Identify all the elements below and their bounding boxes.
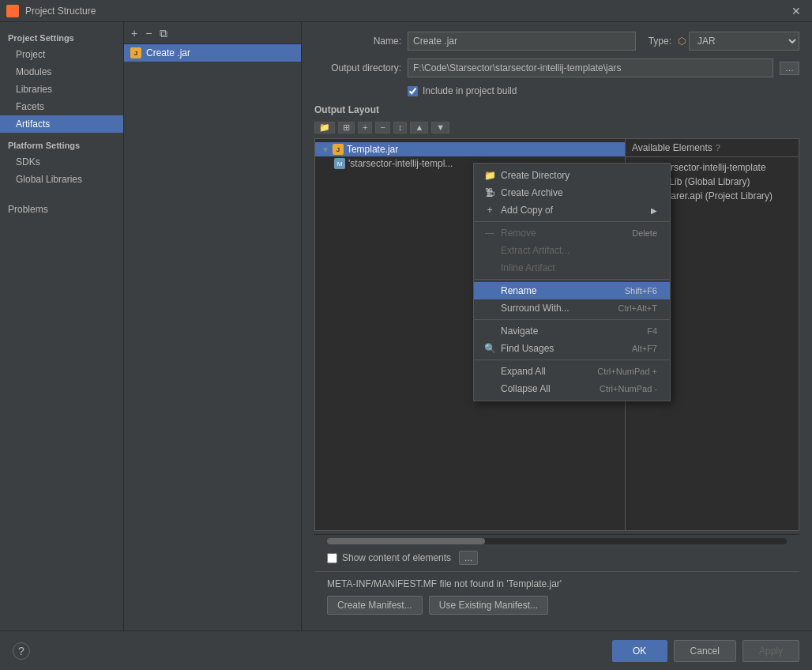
tree-item-template-jar[interactable]: ▼ J Template.jar <box>315 142 625 156</box>
warning-buttons: Create Manifest... Use Existing Manifest… <box>327 596 787 615</box>
bottom-buttons: OK Cancel Apply <box>612 640 799 662</box>
ctx-find-usages-icon: 🔍 <box>483 343 496 354</box>
cancel-button[interactable]: Cancel <box>674 640 736 662</box>
ctx-expand-label: Expand All <box>501 366 546 377</box>
ctx-sep-3 <box>474 319 670 320</box>
ctx-add-copy-label: Add Copy of <box>501 205 553 216</box>
ctx-expand-all[interactable]: Expand All Ctrl+NumPad + <box>474 363 670 380</box>
include-build-label: Include in project build <box>423 85 517 96</box>
tree-item-label: Template.jar <box>347 144 398 155</box>
scrollbar-thumb[interactable] <box>327 538 485 544</box>
ctx-collapse-all[interactable]: Collapse All Ctrl+NumPad - <box>474 380 670 397</box>
output-grid-btn[interactable]: ⊞ <box>338 122 355 134</box>
window-title: Project Structure <box>25 6 96 17</box>
content-panel: Name: Type: ⬡ JAR Output directory: … In… <box>302 22 812 630</box>
tree-arrow: ▼ <box>321 145 329 154</box>
sidebar: Project Settings Project Modules Librari… <box>0 22 124 630</box>
platform-settings-section-title: Platform Settings <box>0 133 123 153</box>
output-up-btn[interactable]: ▲ <box>410 122 428 134</box>
artifact-toolbar: + − ⧉ <box>124 22 301 44</box>
problems-section: Problems <box>0 201 123 218</box>
name-input[interactable] <box>408 32 636 51</box>
output-remove-btn[interactable]: − <box>375 122 389 134</box>
ctx-collapse-label: Collapse All <box>501 383 551 394</box>
ctx-rename[interactable]: Rename Shift+F6 <box>474 282 670 299</box>
sidebar-item-sdks[interactable]: SDKs <box>0 153 123 171</box>
use-existing-manifest-button[interactable]: Use Existing Manifest... <box>429 596 548 615</box>
output-down-btn[interactable]: ▼ <box>431 122 449 134</box>
ctx-extract-artifact: Extract Artifact... <box>474 242 670 259</box>
sidebar-item-libraries[interactable]: Libraries <box>0 81 123 98</box>
create-manifest-button[interactable]: Create Manifest... <box>327 596 423 615</box>
show-content-btn[interactable]: ... <box>459 551 478 565</box>
ctx-remove-icon: — <box>483 228 496 239</box>
ctx-create-archive[interactable]: 🗜 Create Archive <box>474 184 670 201</box>
copy-artifact-button[interactable]: ⧉ <box>157 28 170 39</box>
ctx-remove-label: Remove <box>501 228 536 239</box>
add-artifact-button[interactable]: + <box>129 28 140 39</box>
ctx-sep-4 <box>474 359 670 360</box>
ctx-find-usages[interactable]: 🔍 Find Usages Alt+F7 <box>474 340 670 357</box>
output-layout-title: Output Layout <box>314 104 799 115</box>
type-label: Type: <box>648 36 671 47</box>
include-build-row: Include in project build <box>408 85 799 96</box>
scrollbar-track[interactable] <box>327 538 787 544</box>
warning-bar: META-INF/MANIFEST.MF file not found in '… <box>314 571 799 621</box>
main-layout: Project Settings Project Modules Librari… <box>0 22 812 630</box>
ctx-remove: — Remove Delete <box>474 224 670 242</box>
type-select[interactable]: JAR <box>689 32 799 51</box>
ctx-add-copy-arrow: ▶ <box>651 206 657 215</box>
sidebar-item-facets[interactable]: Facets <box>0 98 123 115</box>
remove-artifact-button[interactable]: − <box>143 28 154 39</box>
artifact-item-createjar[interactable]: J Create .jar <box>124 44 301 62</box>
browse-output-dir-button[interactable]: … <box>780 62 799 75</box>
ctx-sep-2 <box>474 279 670 280</box>
module-icon: M <box>334 158 345 169</box>
output-extract-btn[interactable]: ↕ <box>393 122 408 134</box>
ctx-navigate[interactable]: Navigate F4 <box>474 322 670 340</box>
ctx-create-archive-icon: 🗜 <box>483 187 496 198</box>
ctx-add-copy-of[interactable]: + Add Copy of ▶ <box>474 201 670 219</box>
name-label: Name: <box>314 36 401 47</box>
jar-icon-tree: J <box>333 144 344 155</box>
ctx-create-directory[interactable]: 📁 Create Directory <box>474 167 670 184</box>
ctx-surround-with[interactable]: Surround With... Ctrl+Alt+T <box>474 299 670 317</box>
bottom-bar: ? OK Cancel Apply <box>0 630 812 670</box>
sidebar-item-modules[interactable]: Modules <box>0 63 123 81</box>
ctx-extract-label: Extract Artifact... <box>501 245 570 256</box>
output-dir-row: Output directory: … <box>314 58 799 77</box>
apply-button[interactable]: Apply <box>742 640 799 662</box>
jar-icon: J <box>130 47 141 58</box>
ctx-create-dir-label: Create Directory <box>501 170 570 181</box>
sidebar-item-project[interactable]: Project <box>0 46 123 63</box>
name-row: Name: Type: ⬡ JAR <box>314 32 799 51</box>
ok-button[interactable]: OK <box>612 640 667 662</box>
help-button[interactable]: ? <box>13 642 30 660</box>
scrollbar-area <box>314 534 799 548</box>
artifact-list: J Create .jar <box>124 44 301 630</box>
output-tree-area: ▼ J Template.jar M 'starsector-intellij-… <box>314 138 799 531</box>
ctx-rename-label: Rename <box>501 285 536 296</box>
title-bar: Project Structure ✕ <box>0 0 812 22</box>
available-help-icon[interactable]: ? <box>716 143 720 152</box>
artifact-panel: + − ⧉ J Create .jar <box>124 22 302 630</box>
output-dir-input[interactable] <box>408 58 773 77</box>
show-content-row: Show content of elements ... <box>314 548 799 571</box>
project-settings-section-title: Project Settings <box>0 28 123 46</box>
title-bar-left: Project Structure <box>6 5 96 17</box>
output-dir-label: Output directory: <box>314 62 401 73</box>
ctx-inline-artifact: Inline Artifact <box>474 259 670 277</box>
output-folder-btn[interactable]: 📁 <box>314 122 335 134</box>
app-logo <box>6 5 19 17</box>
sidebar-item-global-libraries[interactable]: Global Libraries <box>0 171 123 188</box>
ctx-create-archive-label: Create Archive <box>501 187 563 198</box>
sidebar-item-problems[interactable]: Problems <box>0 201 123 218</box>
tree-item-module-label: 'starsector-intellij-templ... <box>348 158 453 169</box>
ctx-surround-label: Surround With... <box>501 303 570 314</box>
show-content-label: Show content of elements <box>342 552 451 563</box>
show-content-checkbox[interactable] <box>327 553 337 563</box>
output-add-btn[interactable]: + <box>358 122 372 134</box>
sidebar-item-artifacts[interactable]: Artifacts <box>0 115 123 133</box>
close-button[interactable]: ✕ <box>787 3 806 19</box>
include-in-build-checkbox[interactable] <box>408 86 418 96</box>
